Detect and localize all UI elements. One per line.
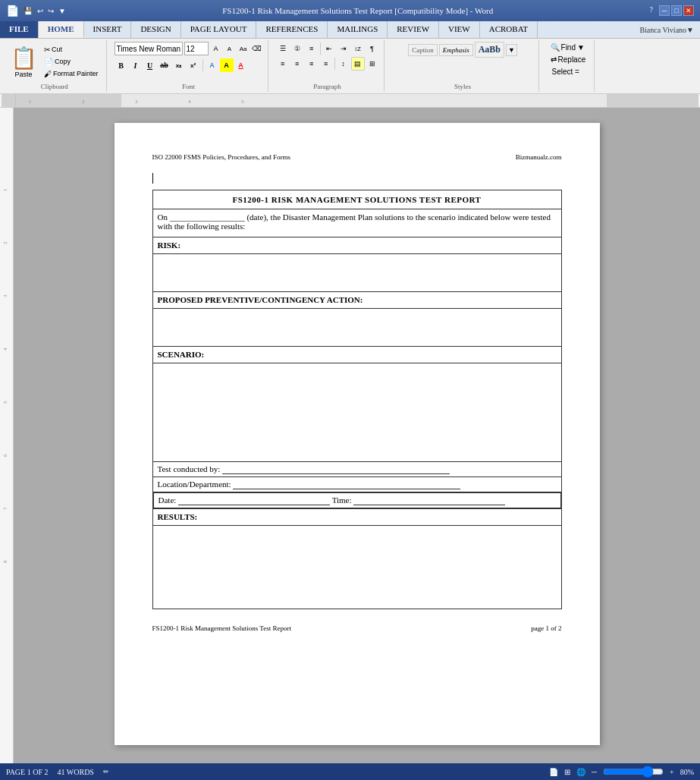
increase-indent-button[interactable]: ⇥ — [337, 42, 350, 55]
line-spacing-button[interactable]: ↕ — [337, 57, 350, 71]
zoom-slider[interactable] — [603, 769, 664, 775]
tab-acrobat[interactable]: ACROBAT — [480, 21, 538, 38]
svg-text:5: 5 — [241, 99, 244, 105]
style-heading1[interactable]: AaBb — [475, 42, 504, 58]
tab-review[interactable]: REVIEW — [388, 21, 439, 38]
svg-text:4: 4 — [188, 99, 191, 105]
change-case-button[interactable]: Aa — [237, 42, 250, 55]
italic-button[interactable]: I — [129, 58, 143, 72]
test-conducted-row: Test conducted by: — [152, 462, 561, 477]
find-button[interactable]: 🔍 Find ▼ — [547, 42, 590, 53]
layout-icon-print[interactable]: 📄 — [549, 768, 558, 776]
risk-content-cell[interactable] — [152, 254, 561, 292]
font-name-input[interactable] — [115, 42, 183, 55]
layout-icon-full[interactable]: ⊞ — [564, 768, 570, 776]
main-area: 1 2 3 4 5 6 7 8 ISO 22000 FSMS Policies,… — [0, 108, 700, 780]
sort-button[interactable]: ↕Z — [351, 42, 365, 55]
proposed-action-content-cell[interactable] — [152, 309, 561, 347]
close-button[interactable]: ✕ — [683, 5, 694, 16]
style-caption[interactable]: Caption — [408, 44, 438, 56]
tab-references[interactable]: REFERENCES — [256, 21, 328, 38]
scenario-content-cell[interactable] — [152, 363, 561, 462]
editing-buttons: 🔍 Find ▼ ⇄ Replace Select = — [547, 42, 590, 77]
shading-button[interactable]: ▤ — [351, 57, 365, 71]
copy-button[interactable]: 📄 Copy — [41, 56, 102, 68]
ruler-area: 1 2 3 4 5 — [15, 94, 698, 107]
svg-text:3: 3 — [2, 294, 8, 297]
paste-button[interactable]: 📋 Paste — [8, 42, 39, 81]
grow-font-button[interactable]: A — [210, 42, 222, 55]
svg-text:8: 8 — [2, 560, 8, 563]
layout-icon-web[interactable]: 🌐 — [576, 768, 585, 776]
text-effects-button[interactable]: A — [206, 58, 219, 72]
styles-group: Caption Emphasis AaBb ▼ Styles — [388, 40, 539, 92]
restore-button[interactable]: □ — [671, 5, 682, 16]
underline-button[interactable]: U — [143, 58, 157, 72]
quick-access-undo[interactable]: ↩ — [37, 7, 43, 15]
align-left-button[interactable]: ≡ — [276, 57, 290, 71]
format-painter-button[interactable]: 🖌 Format Painter — [41, 68, 102, 80]
align-right-button[interactable]: ≡ — [305, 57, 319, 71]
tab-file[interactable]: FILE — [0, 21, 39, 38]
styles-row: Caption Emphasis AaBb ▼ — [408, 42, 517, 58]
tab-design[interactable]: DESIGN — [131, 21, 180, 38]
date-time-row: Date: Time: — [153, 492, 561, 508]
font-color-button[interactable]: A — [234, 58, 248, 72]
track-changes-icon: ✏ — [103, 768, 109, 775]
tab-insert[interactable]: INSERT — [84, 21, 132, 38]
minimize-button[interactable]: ─ — [659, 5, 670, 16]
clear-format-button[interactable]: ⌫ — [251, 42, 263, 55]
document-page: ISO 22000 FSMS Policies, Procedures, and… — [115, 123, 600, 745]
select-button[interactable]: Select = — [547, 66, 590, 77]
svg-text:5: 5 — [2, 401, 8, 404]
shrink-font-button[interactable]: A — [224, 42, 236, 55]
multilevel-button[interactable]: ≡ — [305, 42, 319, 55]
test-conducted-field[interactable] — [222, 464, 450, 474]
bullets-button[interactable]: ☰ — [276, 42, 290, 55]
tab-view[interactable]: VIEW — [439, 21, 480, 38]
paragraph-row2: ≡ ≡ ≡ ≡ ↕ ▤ ⊞ — [276, 57, 379, 71]
location-field[interactable] — [233, 480, 460, 489]
font-size-input[interactable] — [184, 42, 209, 55]
quick-access-save[interactable]: 💾 — [24, 7, 33, 15]
quick-access-more[interactable]: ▼ — [58, 7, 66, 15]
replace-button[interactable]: ⇄ Replace — [547, 54, 590, 65]
center-button[interactable]: ≡ — [290, 57, 304, 71]
word-count: 41 WORDS — [57, 768, 93, 776]
date-field[interactable] — [178, 495, 330, 505]
format-painter-icon: 🖌 — [44, 70, 52, 78]
highlight-button[interactable]: A — [220, 58, 234, 72]
proposed-action-label-cell: PROPOSED PREVENTIVE/CONTINGENCY ACTION: — [152, 292, 561, 309]
numbering-button[interactable]: ① — [290, 42, 304, 55]
zoom-level[interactable]: 80% — [680, 768, 694, 776]
zoom-minus-button[interactable]: ─ — [592, 768, 597, 776]
quick-access-redo[interactable]: ↪ — [48, 7, 54, 15]
show-marks-button[interactable]: ¶ — [366, 42, 379, 55]
superscript-button[interactable]: x² — [187, 58, 200, 72]
status-bar-left: PAGE 1 OF 2 41 WORDS ✏ — [6, 768, 109, 776]
strikethrough-button[interactable]: ab — [158, 58, 171, 72]
copy-icon: 📄 — [44, 58, 53, 66]
paragraph-label: Paragraph — [313, 81, 341, 90]
results-content-cell[interactable] — [152, 526, 561, 609]
help-icon[interactable]: ? — [650, 5, 653, 16]
tab-page-layout[interactable]: PAGE LAYOUT — [181, 21, 257, 38]
time-field[interactable] — [353, 495, 505, 505]
user-dropdown[interactable]: ▼ — [686, 26, 694, 34]
justify-button[interactable]: ≡ — [319, 57, 333, 71]
svg-text:1: 1 — [2, 188, 8, 191]
subscript-button[interactable]: x₂ — [172, 58, 186, 72]
cut-button[interactable]: ✂ Cut — [41, 44, 102, 55]
style-emphasis[interactable]: Emphasis — [439, 44, 473, 56]
bold-button[interactable]: B — [115, 58, 128, 72]
title-bar-left: 📄 💾 ↩ ↪ ▼ — [6, 5, 66, 17]
scenario-label-cell: SCENARIO: — [152, 347, 561, 363]
tab-home[interactable]: HOME — [39, 21, 84, 38]
styles-more-button[interactable]: ▼ — [506, 44, 517, 56]
cursor-position[interactable] — [152, 173, 562, 184]
decrease-indent-button[interactable]: ⇤ — [322, 42, 336, 55]
zoom-plus-button[interactable]: + — [670, 768, 674, 776]
tab-mailings[interactable]: MAILINGS — [328, 21, 388, 38]
intro-text: On __________________ (date), the Disast… — [158, 212, 557, 231]
borders-button[interactable]: ⊞ — [366, 57, 379, 71]
